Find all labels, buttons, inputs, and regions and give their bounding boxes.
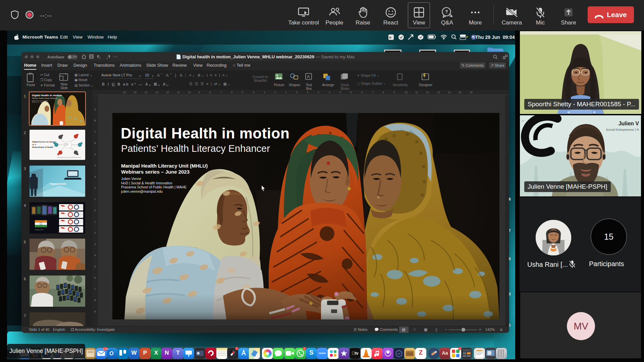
svg-text:Social Entrepreneur | R: Social Entrepreneur | R	[606, 128, 639, 131]
svg-text:A: A	[307, 74, 310, 79]
svg-text:△⋯: △⋯	[522, 119, 526, 122]
svg-text:Access: Access	[65, 144, 69, 146]
svg-text:India digital: India digital	[79, 220, 84, 221]
svg-text:stats 2023: stats 2023	[79, 207, 83, 208]
svg-text:stats 2023: stats 2023	[79, 229, 83, 230]
svg-text:o: o	[389, 35, 391, 39]
svg-text:MHLU Manipal Health Literacy U: MHLU Manipal Health Literacy Unit | PSPH…	[57, 157, 81, 158]
svg-text:Digital Access & Literacy: Digital Access & Literacy	[32, 141, 56, 143]
svg-text:Determinant of Health: Determinant of Health	[32, 146, 53, 148]
svg-text:India digital: India digital	[79, 205, 84, 206]
svg-text:as a: as a	[32, 143, 36, 145]
svg-text:stats 2023: stats 2023	[79, 222, 83, 223]
svg-text:Lets: Lets	[58, 231, 60, 233]
svg-text:Digital Divide: Digital Divide	[50, 182, 66, 185]
svg-text:Julien V: Julien V	[619, 121, 639, 126]
svg-text:India digital: India digital	[79, 213, 84, 214]
svg-text:600 million in 2023: 600 million in 2023	[35, 229, 43, 231]
svg-text:?: ?	[445, 9, 448, 14]
svg-text:India digital: India digital	[79, 228, 84, 229]
svg-text:stats 2023: stats 2023	[79, 214, 83, 215]
